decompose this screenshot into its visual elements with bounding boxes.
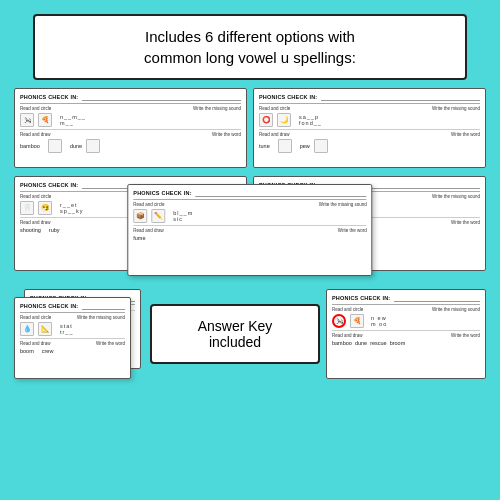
worksheet-4: PHONICS CHECK IN: Read and circle Write … [127, 184, 372, 276]
ws3-title: PHONICS CHECK IN: [20, 182, 78, 188]
ws3-word1: shooting [20, 227, 41, 233]
ws4-img2: ✏️ [151, 209, 165, 223]
ws2-title: PHONICS CHECK IN: [259, 94, 317, 100]
ans-word3: rescue [370, 340, 387, 346]
ws5-sec1: Read and circle [20, 315, 51, 320]
ws2-draw2 [314, 139, 328, 153]
ws1-sec1: Read and circle [20, 106, 51, 111]
ans-sec3: Read and draw [332, 333, 363, 338]
ws2-sec2: Write the missing sound [432, 106, 480, 111]
ws3-word2: ruby [49, 227, 60, 233]
ws1-draw1 [48, 139, 62, 153]
ws4-sec4: Write the word [338, 228, 367, 233]
answer-worksheet: PHONICS CHECK IN: Read and circle Write … [326, 289, 486, 379]
ans-ws-title: PHONICS CHECK IN: [332, 295, 390, 301]
ws3-sec3: Read and draw [20, 220, 51, 225]
title-line1: Includes 6 different options with [145, 28, 355, 45]
ans-img1: 🌬 [332, 314, 346, 328]
ws3-img1: 🦷 [20, 201, 34, 215]
ws6-sec4: Write the word [451, 220, 480, 225]
ws2-word1: tune [259, 143, 270, 149]
ws4-sec3: Read and draw [133, 228, 164, 233]
ws1-sec3: Read and draw [20, 132, 51, 137]
ws5-img2: 📐 [38, 322, 52, 336]
ws4-sec1: Read and circle [133, 202, 164, 207]
ws4-title: PHONICS CHECK IN: [133, 190, 191, 196]
ans-img2: 🍕 [350, 314, 364, 328]
ws4-word1: fume [133, 235, 145, 241]
ws3-sec1: Read and circle [20, 194, 51, 199]
ws5-word2: crew [42, 348, 54, 354]
ws1-img2: 🍕 [38, 113, 52, 127]
ws2-word2: pew [300, 143, 310, 149]
ws1-img1: 🌬 [20, 113, 34, 127]
ans-word1: bamboo [332, 340, 352, 346]
ans-sec1: Read and circle [332, 307, 363, 312]
ws2-sec1: Read and circle [259, 106, 290, 111]
ws2-img2: 🌙 [277, 113, 291, 127]
ws2-img1: ⭕ [259, 113, 273, 127]
ans-sec2: Write the missing sound [432, 307, 480, 312]
ws2-draw1 [278, 139, 292, 153]
title-box: Includes 6 different options with common… [33, 14, 467, 80]
ws4-img1: 📦 [133, 209, 147, 223]
ws1-fill2: m__ [60, 120, 86, 126]
ws5-sec2: Write the missing sound [77, 315, 125, 320]
ws5-sec3: Read and draw [20, 341, 51, 346]
ws1-draw2 [86, 139, 100, 153]
ws2-sec4: Write the word [451, 132, 480, 137]
ws5-word1: boom [20, 348, 34, 354]
ws2-fill2: fond__ [299, 120, 322, 126]
ws4-fill2: sic [173, 216, 193, 222]
ws5-sec4: Write the word [96, 341, 125, 346]
ws1-word1: bamboo [20, 143, 40, 149]
ans-word2: dune [355, 340, 367, 346]
ws1-sec4: Write the word [212, 132, 241, 137]
title-line2: common long vowel u spellings: [144, 49, 356, 66]
ws1-word2: dune [70, 143, 82, 149]
worksheet-5-front: PHONICS CHECK IN: Read and circle Write … [14, 297, 131, 379]
worksheet-2: PHONICS CHECK IN: Read and circle Write … [253, 88, 486, 168]
ws6-sec2: Write the missing sound [432, 194, 480, 199]
ws1-sec2: Write the missing sound [193, 106, 241, 111]
ws3-fill2: sp__ky [60, 208, 83, 214]
answer-key-box: Answer Key included [150, 304, 320, 364]
ws2-sec3: Read and draw [259, 132, 290, 137]
ans-word4: broom [390, 340, 406, 346]
ws1-title: PHONICS CHECK IN: [20, 94, 78, 100]
ans-sec4: Write the word [451, 333, 480, 338]
main-container: Includes 6 different options with common… [0, 0, 500, 500]
ans-fill2: m oo [371, 321, 387, 327]
ws3-img2: 🤧 [38, 201, 52, 215]
ws5-title: PHONICS CHECK IN: [20, 303, 78, 309]
ws5-img1: 💧 [20, 322, 34, 336]
answer-key-label: Answer Key included [198, 318, 273, 350]
ws4-sec2: Write the missing sound [319, 202, 367, 207]
ws5-fill2: tr__ [60, 329, 73, 335]
worksheet-1: PHONICS CHECK IN: Read and circle Write … [14, 88, 247, 168]
